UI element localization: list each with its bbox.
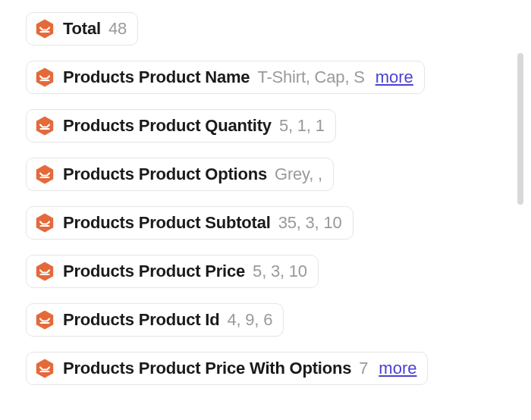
svg-marker-6 [36,311,53,330]
hexagon-icon [34,115,55,136]
svg-marker-1 [36,68,53,87]
hexagon-icon [34,18,55,39]
field-row: Products Product Subtotal 35, 3, 10 [26,206,505,240]
scrollbar-thumb[interactable] [517,53,523,205]
field-value: 7 [359,359,368,378]
field-row: Products Product Price With Options 7 mo… [26,352,505,385]
field-label: Products Product Price With Options [63,359,351,378]
field-value: 5, 3, 10 [253,262,307,281]
field-label: Products Product Subtotal [63,213,271,233]
field-pill-product-price-with-options[interactable]: Products Product Price With Options 7 mo… [26,352,428,385]
field-row: Products Product Options Grey, , [26,158,505,191]
svg-marker-2 [36,117,53,136]
field-label: Products Product Options [63,165,267,184]
field-list: Total 48 Products Product Name T-Shirt, … [0,0,531,397]
field-row: Products Product Name T-Shirt, Cap, S mo… [26,61,505,94]
hexagon-icon [34,309,55,331]
field-value: 48 [108,19,127,39]
field-pill-product-name[interactable]: Products Product Name T-Shirt, Cap, S mo… [26,61,425,94]
field-row: Total 48 [26,12,505,45]
svg-marker-4 [36,214,53,233]
field-label: Total [63,19,101,39]
field-value: 35, 3, 10 [278,213,342,233]
more-link[interactable]: more [375,67,413,87]
field-value: 5, 1, 1 [279,116,325,136]
field-value: 4, 9, 6 [227,310,272,330]
field-pill-product-subtotal[interactable]: Products Product Subtotal 35, 3, 10 [26,206,353,240]
field-value: Grey, , [275,165,322,184]
hexagon-icon [34,261,55,282]
field-pill-product-quantity[interactable]: Products Product Quantity 5, 1, 1 [26,109,336,143]
svg-marker-3 [36,165,53,184]
field-pill-product-price[interactable]: Products Product Price 5, 3, 10 [26,255,319,288]
field-label: Products Product Price [63,262,245,281]
field-pill-total[interactable]: Total 48 [26,12,138,45]
hexagon-icon [34,212,55,234]
hexagon-icon [34,67,55,88]
field-pill-product-options[interactable]: Products Product Options Grey, , [26,158,334,191]
field-row: Products Product Id 4, 9, 6 [26,303,505,337]
field-label: Products Product Id [63,310,219,330]
hexagon-icon [34,358,55,379]
svg-marker-7 [36,359,53,378]
field-pill-product-id[interactable]: Products Product Id 4, 9, 6 [26,303,284,337]
field-row: Products Product Quantity 5, 1, 1 [26,109,505,143]
svg-marker-5 [36,262,53,281]
more-link[interactable]: more [379,359,416,378]
hexagon-icon [34,164,55,185]
field-label: Products Product Name [63,67,250,87]
field-value: T-Shirt, Cap, S [257,67,364,87]
field-label: Products Product Quantity [63,116,272,136]
svg-marker-0 [36,20,53,39]
field-row: Products Product Price 5, 3, 10 [26,255,505,288]
